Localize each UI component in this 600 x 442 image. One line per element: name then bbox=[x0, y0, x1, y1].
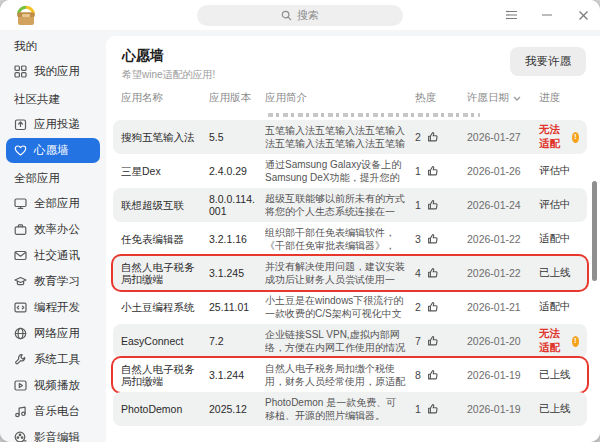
sidebar-item-label: 视频播放 bbox=[34, 378, 80, 393]
partially-scrolled-row bbox=[268, 113, 480, 117]
globe-icon bbox=[14, 327, 27, 340]
app-name: 小土豆编程系统 bbox=[121, 301, 209, 313]
app-version: 2.4.0.29 bbox=[209, 165, 265, 177]
wish-date: 2026-01-26 bbox=[467, 165, 539, 177]
thumbs-up-icon[interactable] bbox=[427, 165, 439, 177]
table-row-highlighted[interactable]: 自然人电子税务局扣缴端 3.1.244 自然人电子税务局扣缴个税使用，财务人员经… bbox=[113, 358, 587, 392]
grid-icon bbox=[14, 65, 27, 78]
column-header-name[interactable]: 应用名称 bbox=[121, 91, 209, 105]
sidebar-item-programming[interactable]: 编程开发 bbox=[6, 295, 100, 320]
app-intro: 并没有解决使用问题，建议安装成功后让财务人员尝试使用一下，日志… bbox=[265, 260, 415, 286]
thumbs-up-icon[interactable] bbox=[427, 267, 439, 279]
sidebar-item-system-tools[interactable]: 系统工具 bbox=[6, 347, 100, 372]
app-store-window: 搜索 我的 我的应用 社区共建 应用投递 心愿墙 bbox=[0, 0, 600, 442]
music-note-icon bbox=[14, 405, 27, 418]
table-row[interactable]: EasyConnect 7.2 企业链接SSL VPN,虚拟内部网络，方便在内网… bbox=[113, 324, 587, 358]
sidebar-item-app-submit[interactable]: 应用投递 bbox=[6, 112, 100, 137]
thumbs-up-icon[interactable] bbox=[427, 335, 439, 347]
heat-count: 1 bbox=[415, 199, 421, 211]
hamburger-menu-icon[interactable] bbox=[504, 8, 518, 22]
column-header-heat[interactable]: 热度 bbox=[415, 91, 467, 105]
column-header-date[interactable]: 许愿日期 bbox=[467, 91, 539, 105]
sidebar: 我的 我的应用 社区共建 应用投递 心愿墙 全部应用 全部应用 效率办公 社交通… bbox=[0, 30, 106, 442]
sidebar-item-my-apps[interactable]: 我的应用 bbox=[6, 59, 100, 84]
sidebar-item-music[interactable]: 音乐电台 bbox=[6, 399, 100, 424]
heat-count: 3 bbox=[415, 233, 421, 245]
wish-date: 2026-01-22 bbox=[467, 267, 539, 279]
thumbs-up-icon[interactable] bbox=[427, 131, 439, 143]
heart-icon bbox=[14, 144, 27, 157]
heat-count: 2 bbox=[415, 131, 421, 143]
app-version: 8.0.0.114.001 bbox=[209, 193, 265, 217]
column-header-version[interactable]: 应用版本 bbox=[209, 91, 265, 105]
thumbs-up-icon[interactable] bbox=[427, 403, 439, 415]
table-row[interactable]: 任免表编辑器 3.2.1.16 组织部干部任免表编辑软件，《干部任免审批表编辑器… bbox=[113, 222, 587, 256]
close-icon[interactable] bbox=[576, 8, 590, 22]
app-version: 3.1.245 bbox=[209, 267, 265, 279]
app-store-logo-icon bbox=[14, 4, 38, 28]
page-subtitle: 希望wine适配的应用! bbox=[122, 68, 215, 82]
mail-icon bbox=[14, 249, 27, 262]
table-row[interactable]: 三星Dex 2.4.0.29 通过Samsung Galaxy设备上的Samsu… bbox=[113, 154, 587, 188]
sidebar-item-office[interactable]: 效率办公 bbox=[6, 217, 100, 242]
column-header-intro[interactable]: 应用简介 bbox=[265, 91, 415, 105]
page-title: 心愿墙 bbox=[122, 47, 164, 65]
wish-wall-panel: 心愿墙 希望wine适配的应用! 我要许愿 应用名称 应用版本 应用简介 热度 … bbox=[106, 36, 600, 442]
table-row-highlighted[interactable]: 自然人电子税务局扣缴端 3.1.245 并没有解决使用问题，建议安装成功后让财务… bbox=[113, 256, 587, 290]
column-header-progress[interactable]: 进度 bbox=[539, 91, 579, 105]
warning-icon[interactable]: ! bbox=[572, 336, 579, 347]
briefcase-icon bbox=[14, 223, 27, 236]
app-intro: 组织部干部任免表编辑软件，《干部任免审批表编辑器》，UOS可以安… bbox=[265, 226, 415, 252]
sidebar-item-label: 影音编辑 bbox=[34, 430, 80, 442]
table-row[interactable]: PhotoDemon 2025.12 PhotoDemon 是一款免费、可移植、… bbox=[113, 392, 587, 426]
app-name: EasyConnect bbox=[121, 335, 209, 347]
sidebar-item-social[interactable]: 社交通讯 bbox=[6, 243, 100, 268]
heat-count: 4 bbox=[415, 267, 421, 279]
sidebar-section-all-apps: 全部应用 bbox=[0, 164, 106, 190]
table-header: 应用名称 应用版本 应用简介 热度 许愿日期 进度 bbox=[113, 86, 587, 110]
sidebar-item-av-editing[interactable]: 影音编辑 bbox=[6, 425, 100, 442]
minimize-icon[interactable] bbox=[540, 8, 554, 22]
app-version: 5.5 bbox=[209, 131, 265, 143]
wish-date: 2026-01-27 bbox=[467, 131, 539, 143]
table-row[interactable]: 搜狗五笔输入法 5.5 五笔输入法五笔输入法五笔输入法五笔输入法五笔输入法五笔输… bbox=[113, 120, 587, 154]
thumbs-up-icon[interactable] bbox=[427, 199, 439, 211]
sidebar-item-label: 应用投递 bbox=[34, 117, 80, 132]
wish-date: 2026-01-20 bbox=[467, 335, 539, 347]
progress-status: 无法适配! bbox=[539, 327, 579, 355]
app-version: 25.11.01 bbox=[209, 301, 265, 313]
sidebar-item-video[interactable]: 视频播放 bbox=[6, 373, 100, 398]
app-name: PhotoDemon bbox=[121, 403, 209, 415]
wish-date: 2026-01-21 bbox=[467, 301, 539, 313]
thumbs-up-icon[interactable] bbox=[427, 233, 439, 245]
wish-date: 2026-01-19 bbox=[467, 369, 539, 381]
sidebar-item-education[interactable]: 教育学习 bbox=[6, 269, 100, 294]
sidebar-item-label: 社交通讯 bbox=[34, 248, 80, 263]
scrollbar-thumb[interactable] bbox=[592, 181, 597, 281]
sidebar-item-network[interactable]: 网络应用 bbox=[6, 321, 100, 346]
progress-status: 已上线 bbox=[539, 368, 579, 382]
table-row[interactable]: 小土豆编程系统 25.11.01 小土豆是在windows下很流行的一款收费的C… bbox=[113, 290, 587, 324]
thumbs-up-icon[interactable] bbox=[427, 301, 439, 313]
sidebar-item-label: 编程开发 bbox=[34, 300, 80, 315]
progress-status: 已上线 bbox=[539, 402, 579, 416]
sidebar-item-wish-wall[interactable]: 心愿墙 bbox=[6, 138, 100, 163]
wish-date: 2026-01-19 bbox=[467, 403, 539, 415]
monitor-icon bbox=[14, 197, 27, 210]
progress-status: 适配中 bbox=[539, 300, 579, 314]
sidebar-item-all-apps[interactable]: 全部应用 bbox=[6, 191, 100, 216]
sidebar-item-label: 心愿墙 bbox=[34, 143, 69, 158]
thumbs-up-icon[interactable] bbox=[427, 369, 439, 381]
search-input[interactable]: 搜索 bbox=[197, 5, 403, 26]
film-reel-icon bbox=[14, 431, 27, 442]
warning-icon[interactable]: ! bbox=[572, 132, 579, 143]
sidebar-section-community: 社区共建 bbox=[0, 85, 106, 111]
app-version: 7.2 bbox=[209, 335, 265, 347]
progress-status: 适配中 bbox=[539, 232, 579, 246]
app-intro: 自然人电子税务局扣缴个税使用，财务人员经常使用，原适配的版本已… bbox=[265, 362, 415, 388]
wish-table: 搜狗五笔输入法 5.5 五笔输入法五笔输入法五笔输入法五笔输入法五笔输入法五笔输… bbox=[113, 120, 587, 426]
make-wish-button[interactable]: 我要许愿 bbox=[510, 47, 586, 76]
app-intro: 企业链接SSL VPN,虚拟内部网络，方便在内网工作使用的情况 bbox=[265, 328, 415, 354]
table-row[interactable]: 联想超级互联 8.0.0.114.001 超级互联能够以前所未有的方式将您的个人… bbox=[113, 188, 587, 222]
app-version: 3.2.1.16 bbox=[209, 233, 265, 245]
